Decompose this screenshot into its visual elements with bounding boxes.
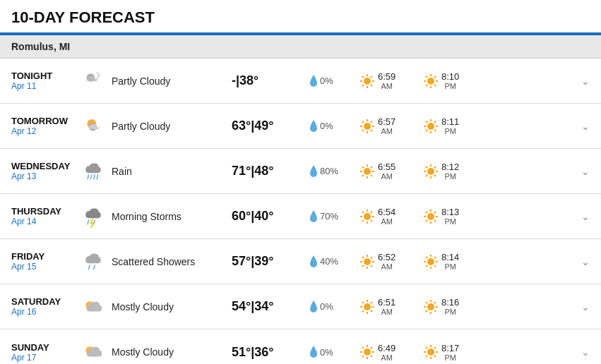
sunset-hour: 8:12	[441, 162, 459, 172]
expand-chevron[interactable]: ⌄	[581, 166, 590, 177]
weather-description: Partly Cloudy	[112, 121, 232, 132]
day-date: Apr 15	[11, 262, 75, 272]
forecast-row[interactable]: WEDNESDAY Apr 13 Rain 71°|48° 80%	[0, 149, 601, 194]
weather-description: Mostly Cloudy	[112, 301, 232, 313]
forecast-row[interactable]: THURSDAY Apr 14 Morning Storms 60°|40° 7…	[0, 194, 601, 239]
svg-line-6	[362, 75, 364, 77]
sunrise-hour: 6:51	[378, 297, 395, 308]
svg-line-129	[362, 356, 364, 357]
svg-line-7	[371, 84, 372, 85]
temperature: 60°|40°	[232, 209, 309, 224]
weather-icon	[75, 294, 112, 320]
svg-line-81	[89, 265, 90, 269]
svg-line-110	[362, 310, 364, 311]
sunset-time: 8:11 PM	[441, 116, 459, 135]
precipitation: 0%	[309, 300, 359, 314]
svg-line-59	[434, 166, 436, 167]
weather-description: Rain	[112, 166, 232, 177]
day-name: SUNDAY	[11, 342, 75, 353]
sunrise-col: 6:51 AM	[359, 297, 422, 316]
svg-line-91	[362, 265, 364, 266]
sunrise-ampm: AM	[381, 353, 393, 362]
sunrise-hour: 6:55	[378, 162, 395, 172]
sunrise-ampm: AM	[381, 82, 393, 90]
svg-line-116	[426, 301, 427, 303]
svg-line-98	[434, 265, 436, 266]
sunrise-col: 6:57 AM	[359, 116, 422, 135]
forecast-row[interactable]: SATURDAY Apr 16 Mostly Cloudy 54°|34° 0%	[0, 284, 601, 329]
sunrise-col: 6:49 AM	[359, 343, 422, 362]
day-name: SATURDAY	[11, 296, 75, 307]
svg-line-28	[371, 121, 372, 122]
weather-icon	[75, 249, 112, 274]
temperature: 54°|34°	[232, 299, 309, 314]
svg-line-17	[434, 75, 436, 77]
svg-line-16	[434, 84, 436, 85]
svg-point-72	[427, 213, 434, 220]
expand-chevron[interactable]: ⌄	[581, 301, 590, 313]
sunrise-hour: 6:49	[378, 343, 395, 353]
precipitation: 0%	[309, 74, 359, 88]
svg-point-102	[364, 303, 371, 310]
forecast-row[interactable]: TONIGHT Apr 11 Partly Cloudy -|38° 0%	[0, 59, 601, 104]
sunset-time: 8:12 PM	[441, 162, 459, 181]
precip-value: 80%	[320, 166, 338, 176]
svg-point-10	[427, 78, 434, 85]
svg-point-63	[364, 213, 371, 220]
svg-line-40	[90, 175, 91, 179]
sunset-time: 8:16 PM	[441, 297, 459, 316]
day-col: WEDNESDAY Apr 13	[11, 161, 75, 181]
svg-point-121	[364, 348, 371, 356]
sunrise-time: 6:51 AM	[378, 297, 395, 316]
sunrise-ampm: AM	[381, 217, 393, 226]
svg-line-88	[362, 256, 364, 257]
sunset-time: 8:10 PM	[441, 71, 459, 90]
expand-chevron[interactable]: ⌄	[581, 211, 590, 222]
svg-line-35	[426, 121, 427, 122]
sunset-col: 8:11 PM	[422, 116, 486, 135]
sunset-hour: 8:16	[441, 297, 459, 308]
sunrise-time: 6:55 AM	[378, 162, 395, 181]
svg-point-52	[427, 168, 434, 175]
expand-chevron[interactable]: ⌄	[581, 256, 590, 267]
forecast-row[interactable]: SUNDAY Apr 17 Mostly Cloudy 51°|36° 0%	[0, 329, 601, 364]
sunset-ampm: PM	[444, 353, 456, 362]
svg-line-39	[88, 175, 88, 179]
precip-value: 0%	[320, 121, 333, 131]
weather-description: Morning Storms	[112, 211, 232, 222]
sunset-ampm: PM	[444, 82, 456, 90]
svg-line-57	[426, 166, 427, 167]
svg-line-77	[426, 211, 427, 212]
weather-description: Partly Cloudy	[112, 75, 232, 87]
svg-line-71	[362, 219, 364, 221]
weather-description: Scattered Showers	[112, 256, 232, 267]
svg-line-89	[371, 265, 372, 266]
forecast-row[interactable]: TOMORROW Apr 12 Partly Cloudy 63°|49° 0%	[0, 104, 601, 149]
sunset-col: 8:12 PM	[422, 162, 486, 181]
svg-point-21	[364, 123, 371, 130]
sunset-col: 8:16 PM	[422, 297, 486, 316]
expand-chevron[interactable]: ⌄	[581, 121, 590, 132]
precipitation: 80%	[309, 164, 359, 178]
svg-point-92	[427, 258, 434, 265]
sunset-time: 8:17 PM	[441, 343, 459, 362]
expand-chevron[interactable]: ⌄	[581, 346, 590, 358]
svg-line-117	[434, 310, 436, 311]
svg-line-29	[362, 129, 364, 131]
svg-line-50	[371, 166, 372, 167]
sunset-col: 8:10 PM	[422, 71, 486, 90]
svg-line-127	[371, 356, 372, 357]
precipitation: 0%	[309, 119, 359, 133]
sunset-time: 8:13 PM	[441, 207, 459, 226]
svg-point-130	[427, 348, 434, 356]
svg-line-107	[362, 301, 364, 303]
sunset-ampm: PM	[444, 262, 456, 271]
svg-line-118	[434, 301, 436, 303]
forecast-row[interactable]: FRIDAY Apr 15 Scattered Showers 57°|39° …	[0, 239, 601, 284]
precip-value: 0%	[320, 301, 333, 312]
day-col: TOMORROW Apr 12	[11, 116, 75, 136]
svg-line-9	[362, 84, 364, 85]
precipitation: 40%	[309, 255, 359, 269]
sunrise-hour: 6:57	[378, 116, 395, 127]
expand-chevron[interactable]: ⌄	[581, 75, 590, 87]
